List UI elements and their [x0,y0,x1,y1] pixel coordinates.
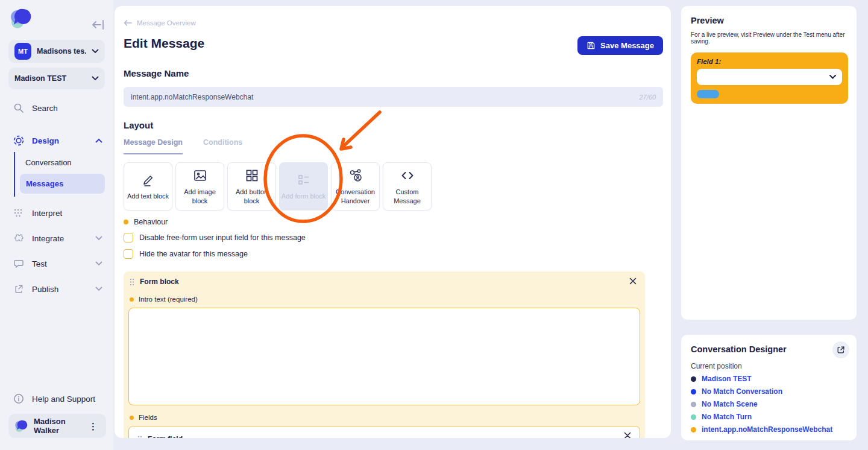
app-logo-icon [10,7,34,30]
position-item[interactable]: No Match Turn [691,413,848,421]
sidebar-item-label: Interpret [32,209,102,218]
amber-dot-icon [124,220,128,224]
layout-label: Layout [124,120,663,130]
position-dot [691,414,696,420]
sidebar-item-label: Publish [32,285,87,294]
position-dot [691,402,696,407]
preview-caption: For a live preview, visit Preview under … [691,31,848,45]
form-field-title: Form field [148,435,183,438]
checkbox-disable-input[interactable]: Disable free-form user input field for t… [124,233,306,242]
conversation-handover-button[interactable]: Conversation Handover [331,162,380,211]
sidebar-item-interpret[interactable]: Interpret [0,201,113,224]
edit-message-panel: Message Overview Edit Message Save Messa… [115,6,671,438]
chevron-up-icon [95,138,102,143]
sidebar: MT Madisons tes... Madison TEST Search D… [0,0,113,450]
add-button-block-button[interactable]: Add button block [227,162,276,211]
block-button-label: Add button block [229,188,274,206]
save-icon [587,41,596,50]
form-icon [296,172,312,188]
close-icon[interactable] [623,431,632,438]
puzzle-icon [13,233,24,244]
breadcrumb[interactable]: Message Overview [124,19,196,27]
position-item[interactable]: No Match Scene [691,400,848,408]
behaviour-label: Behaviour [134,218,168,226]
amber-dot-icon [130,416,134,420]
block-button-label: Add image block [177,188,222,206]
chevron-down-icon [92,76,99,81]
interpret-icon [13,208,24,218]
intro-text-textarea[interactable] [128,308,640,405]
fields-label-row: Fields [128,414,640,421]
sidebar-item-conversation[interactable]: Conversation [15,153,113,172]
form-block-header: Form block [128,277,640,286]
org-switcher[interactable]: MT Madisons tes... [8,40,105,63]
form-field-panel: Form field [128,426,640,438]
open-designer-button[interactable] [832,341,849,358]
drag-handle-icon[interactable] [137,436,142,439]
fields-label: Fields [139,414,157,421]
tab-conditions[interactable]: Conditions [203,138,242,154]
sidebar-nav-rest: Interpret Integrate Test [0,201,113,300]
custom-message-button[interactable]: Custom Message [383,162,432,211]
user-menu[interactable]: Madison Walker ⋮ [8,414,106,438]
sidebar-item-label: Search [32,104,102,113]
checkbox-box[interactable] [124,233,133,242]
block-button-label: Custom Message [385,188,430,206]
tab-message-design[interactable]: Message Design [124,138,183,154]
sidebar-item-integrate[interactable]: Integrate [0,227,113,250]
checkbox-box[interactable] [124,249,133,259]
current-position-label: Current position [691,362,848,370]
save-button-label: Save Message [600,41,654,50]
layout-tabs: Message Design Conditions [124,138,663,154]
preview-panel: Preview For a live preview, visit Previe… [681,6,857,320]
intro-text-label: Intro text (required) [139,296,198,303]
bot-switcher[interactable]: Madison TEST [8,68,105,89]
intro-text-label-row: Intro text (required) [128,296,640,303]
chevron-down-icon [92,49,99,54]
sidebar-item-design[interactable]: Design [0,129,113,152]
sidebar-item-test[interactable]: Test [0,252,113,275]
position-item[interactable]: No Match Conversation [691,387,848,396]
checkbox-label: Hide the avatar for this message [139,250,248,258]
sidebar-collapse-icon[interactable] [90,18,106,31]
sidebar-item-search[interactable]: Search [0,97,113,119]
form-block-title: Form block [140,277,179,286]
add-form-block-button[interactable]: Add form block [279,162,328,211]
sidebar-item-messages[interactable]: Messages [20,174,105,194]
org-name: Madisons tes... [37,47,86,55]
sidebar-item-label: Integrate [32,234,87,243]
design-subnav: Conversation Messages [14,152,113,197]
message-name-field: 27/60 [124,87,663,107]
message-name-input[interactable] [131,93,633,101]
save-message-button[interactable]: Save Message [577,36,663,55]
position-item-label: intent.app.noMatchResponseWebchat [702,425,832,434]
design-icon [13,135,24,146]
title-row: Edit Message Save Message [124,36,663,55]
sidebar-item-publish[interactable]: Publish [0,277,113,300]
preview-title: Preview [691,16,848,25]
position-item[interactable]: Madison TEST [691,375,848,383]
message-name-label: Message Name [124,68,663,78]
code-icon [400,168,415,183]
checkbox-hide-avatar[interactable]: Hide the avatar for this message [124,249,248,259]
char-counter: 27/60 [639,93,656,101]
position-item[interactable]: intent.app.noMatchResponseWebchat [691,425,848,434]
sidebar-item-help[interactable]: Help and Support [0,387,113,410]
close-icon[interactable] [628,276,638,286]
block-button-label: Add form block [281,192,326,201]
preview-field-select[interactable] [697,69,842,85]
bot-name: Madison TEST [14,74,86,83]
chevron-down-icon [95,287,102,291]
user-avatar [14,419,29,433]
chevron-down-icon [95,261,102,266]
preview-submit-button[interactable] [697,90,719,98]
conversation-designer-title: Conversation Designer [691,344,848,354]
block-buttons-row: Add text block Add image block Add butto… [124,162,663,211]
form-field-header: Form field [136,435,632,438]
add-image-block-button[interactable]: Add image block [175,162,224,211]
info-icon [13,393,24,404]
drag-handle-icon[interactable] [130,278,134,286]
kebab-menu-icon[interactable]: ⋮ [86,420,100,432]
add-text-block-button[interactable]: Add text block [124,162,172,211]
behaviour-label-row: Behaviour [124,218,663,226]
